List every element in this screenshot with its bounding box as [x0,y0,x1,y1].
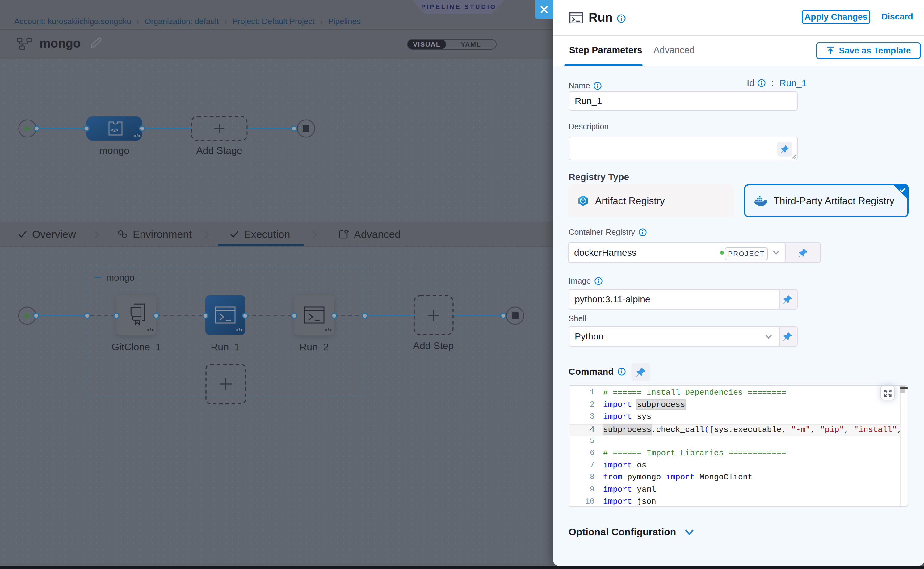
svg-text:</>: </> [147,327,154,332]
svg-text:Run_1: Run_1 [211,341,240,353]
svg-text:mongo: mongo [99,145,129,156]
svg-text:</>: </> [325,327,332,332]
svg-text:</>: </> [111,128,118,133]
svg-text:mongo: mongo [106,272,135,283]
svg-text:GitClone_1: GitClone_1 [111,341,161,353]
svg-text:</>: </> [236,327,243,332]
svg-text:Add Step: Add Step [413,340,454,351]
svg-text:Run_2: Run_2 [299,341,328,353]
svg-text:Add Stage: Add Stage [196,145,242,156]
svg-text:</>: </> [134,133,140,138]
